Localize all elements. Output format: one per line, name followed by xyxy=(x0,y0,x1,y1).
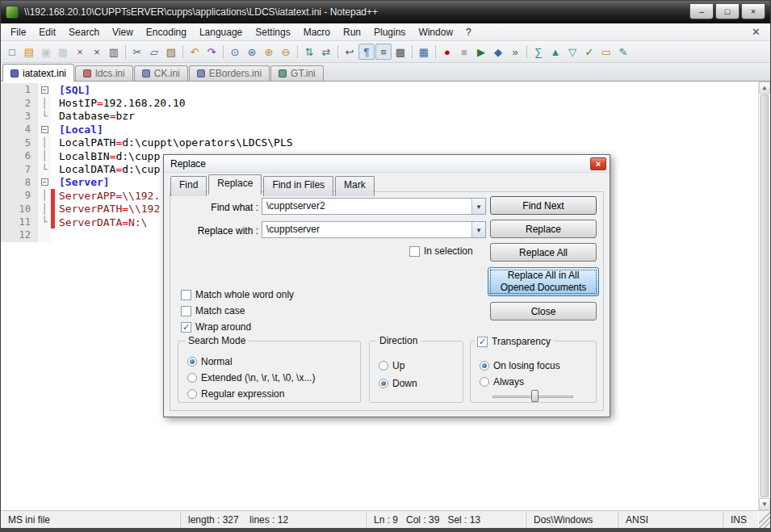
slider-thumb[interactable] xyxy=(531,390,538,402)
scroll-down-icon[interactable]: ▼ xyxy=(759,498,770,510)
menu-item-settings[interactable]: Settings xyxy=(249,25,296,40)
radio-selected-icon[interactable] xyxy=(379,379,388,388)
radio-selected-icon[interactable] xyxy=(480,361,489,371)
triangle-up-icon[interactable]: ▲ xyxy=(547,44,564,60)
dialog-tab-mark[interactable]: Mark xyxy=(335,176,375,196)
fold-collapse-icon[interactable]: − xyxy=(41,178,48,186)
sync-vertical-icon[interactable]: ⇅ xyxy=(301,44,317,60)
menu-item-language[interactable]: Language xyxy=(193,25,249,40)
document-map-icon[interactable]: ▦ xyxy=(416,44,432,60)
wrap-around-checkbox[interactable]: ✓Wrap around xyxy=(181,321,294,333)
checkbox-unchecked-icon[interactable] xyxy=(409,246,420,257)
redo-icon[interactable]: ↷ xyxy=(203,44,220,60)
show-all-characters-icon[interactable]: ¶ xyxy=(358,44,375,60)
up-radio[interactable]: Up xyxy=(379,360,417,371)
code-line[interactable]: 3└Database=bzr xyxy=(1,110,758,123)
triangle-down-icon[interactable]: ▽ xyxy=(564,44,580,60)
find-dropdown-icon[interactable]: ▾ xyxy=(471,199,485,214)
dialog-titlebar[interactable]: Replace × xyxy=(164,155,610,173)
always-radio[interactable]: Always xyxy=(480,376,560,387)
code-line[interactable]: 2│HostIP=192.168.20.10 xyxy=(1,96,758,109)
radio-unselected-icon[interactable] xyxy=(187,373,197,383)
menu-item-file[interactable]: File xyxy=(4,25,32,40)
checkbox-unchecked-icon[interactable] xyxy=(181,306,191,316)
close-file-icon[interactable]: × xyxy=(72,44,88,60)
resize-grip[interactable] xyxy=(759,511,770,528)
print-icon[interactable]: ▥ xyxy=(106,44,122,60)
undo-icon[interactable]: ↶ xyxy=(186,44,203,60)
extended-radio[interactable]: Extended (\n, \r, \t, \0, \x...) xyxy=(187,372,315,383)
close-button[interactable]: Close xyxy=(490,302,597,320)
replace-dropdown-icon[interactable]: ▾ xyxy=(471,222,485,237)
menu-item-encoding[interactable]: Encoding xyxy=(140,25,193,40)
doc-plugin-icon[interactable]: ▭ xyxy=(598,44,614,60)
vertical-scrollbar[interactable]: ▲ ▼ xyxy=(758,82,770,510)
replace-icon[interactable]: ⊛ xyxy=(244,44,260,60)
replace-button[interactable]: Replace xyxy=(490,220,597,238)
menubar-close-icon[interactable]: ✕ xyxy=(747,26,765,38)
copy-icon[interactable]: ▱ xyxy=(146,44,162,60)
status-encoding[interactable]: ANSI xyxy=(618,511,723,528)
fold-collapse-icon[interactable]: − xyxy=(41,126,48,133)
zoom-out-icon[interactable]: ⊖ xyxy=(278,44,294,60)
new-file-icon[interactable]: □ xyxy=(4,44,20,60)
play-macro-icon[interactable]: ▶ xyxy=(473,44,489,60)
match-whole-word-only-checkbox[interactable]: Match whole word only xyxy=(181,289,294,300)
menu-item-view[interactable]: View xyxy=(106,25,140,40)
close-button[interactable]: × xyxy=(741,4,765,19)
menu-item-macro[interactable]: Macro xyxy=(297,25,337,40)
save-all-icon[interactable]: ▦ xyxy=(55,44,71,60)
dialog-close-icon[interactable]: × xyxy=(590,157,606,170)
fold-collapse-icon[interactable]: − xyxy=(41,86,48,94)
transparency-slider[interactable] xyxy=(492,389,573,403)
code-line[interactable]: 1−[SQL] xyxy=(1,83,758,96)
run-macro-multiple-icon[interactable]: » xyxy=(507,44,523,60)
checkbox-checked-icon[interactable]: ✓ xyxy=(181,322,191,333)
find-icon[interactable]: ⊙ xyxy=(227,44,243,60)
menu-item-search[interactable]: Search xyxy=(62,25,106,40)
tab-ck-ini[interactable]: CK.ini xyxy=(134,65,188,81)
menu-item-window[interactable]: Window xyxy=(412,25,459,40)
match-case-checkbox[interactable]: Match case xyxy=(181,305,294,316)
dialog-tab-find[interactable]: Find xyxy=(170,176,207,196)
spell-check-icon[interactable]: ✎ xyxy=(615,44,631,60)
status-insert-mode[interactable]: INS xyxy=(723,511,759,528)
menu-item-edit[interactable]: Edit xyxy=(32,25,62,40)
scrollbar-thumb[interactable] xyxy=(761,94,769,497)
checkbox-checked-icon[interactable]: ✓ xyxy=(477,337,488,347)
replace-all-open-documents-button[interactable]: Replace All in All Opened Documents xyxy=(488,267,599,296)
record-macro-icon[interactable]: ● xyxy=(439,44,455,60)
dialog-tab-find-in-files[interactable]: Find in Files xyxy=(263,176,333,196)
replace-with-combobox[interactable]: \cupptserver ▾ xyxy=(262,221,486,238)
menu-item-plugins[interactable]: Plugins xyxy=(367,25,412,40)
down-radio[interactable]: Down xyxy=(379,378,417,389)
find-what-combobox[interactable]: \cupptserver2 ▾ xyxy=(262,198,486,215)
minimize-button[interactable]: – xyxy=(689,4,714,19)
cut-icon[interactable]: ✂ xyxy=(129,44,145,60)
regular-radio[interactable]: Regular expression xyxy=(187,388,315,400)
in-selection-checkbox[interactable]: In selection xyxy=(409,245,473,257)
close-all-icon[interactable]: × xyxy=(89,44,105,60)
menu-item-run[interactable]: Run xyxy=(337,25,367,40)
code-line[interactable]: 4−[Local] xyxy=(1,123,758,136)
code-line[interactable]: 5│LocalPATH=d:\cuppt\operators\LDCS\PLS xyxy=(1,136,758,149)
checkbox-unchecked-icon[interactable] xyxy=(181,290,191,300)
menu-item-[interactable]: ? xyxy=(459,25,478,40)
normal-radio[interactable]: Normal xyxy=(187,356,315,367)
tab-eborders-ini[interactable]: EBorders.ini xyxy=(189,65,270,81)
maximize-button[interactable]: □ xyxy=(715,4,740,19)
tab-iatatext-ini[interactable]: iatatext.ini xyxy=(2,64,74,82)
radio-selected-icon[interactable] xyxy=(187,357,197,367)
find-next-button[interactable]: Find Next xyxy=(490,196,597,215)
radio-unselected-icon[interactable] xyxy=(480,377,489,387)
status-eol-format[interactable]: Dos\Windows xyxy=(526,511,618,528)
titlebar[interactable]: \\192.168.20.10\CUPPTsERVER\cupps\applic… xyxy=(1,1,770,23)
replace-all-button[interactable]: Replace All xyxy=(490,243,597,262)
dialog-tab-replace[interactable]: Replace xyxy=(208,174,262,195)
zoom-in-icon[interactable]: ⊕ xyxy=(261,44,277,60)
user-defined-language-icon[interactable]: ▩ xyxy=(392,44,409,60)
scroll-up-icon[interactable]: ▲ xyxy=(759,82,770,94)
transparency-checkbox[interactable]: ✓Transparency xyxy=(477,336,551,347)
stop-macro-icon[interactable]: ■ xyxy=(456,44,472,60)
radio-unselected-icon[interactable] xyxy=(379,361,388,371)
